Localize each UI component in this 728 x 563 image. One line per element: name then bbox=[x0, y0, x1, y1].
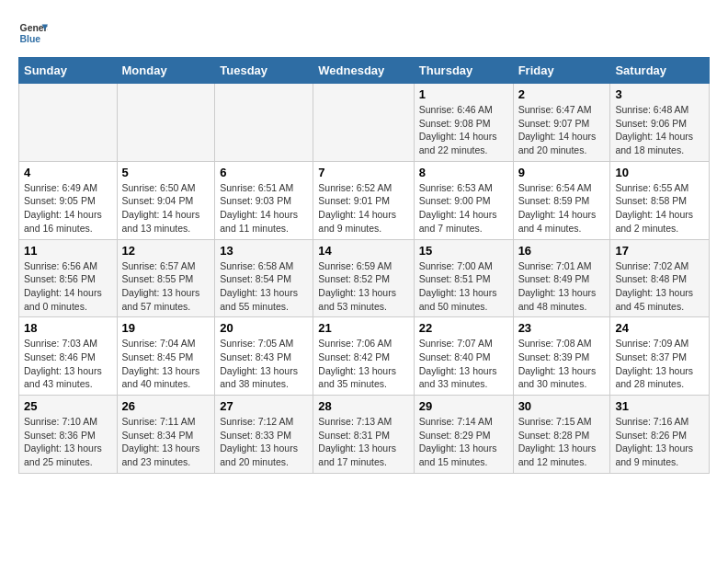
calendar-cell: 13Sunrise: 6:58 AM Sunset: 8:54 PM Dayli… bbox=[215, 239, 313, 317]
calendar-cell: 12Sunrise: 6:57 AM Sunset: 8:55 PM Dayli… bbox=[117, 239, 215, 317]
header-tuesday: Tuesday bbox=[215, 58, 313, 84]
day-number: 28 bbox=[318, 399, 408, 413]
calendar-cell: 11Sunrise: 6:56 AM Sunset: 8:56 PM Dayli… bbox=[19, 239, 118, 317]
day-info: Sunrise: 7:09 AM Sunset: 8:37 PM Dayligh… bbox=[615, 337, 704, 391]
day-number: 2 bbox=[518, 87, 606, 101]
day-number: 31 bbox=[615, 399, 704, 413]
day-info: Sunrise: 6:48 AM Sunset: 9:06 PM Dayligh… bbox=[615, 103, 704, 157]
day-info: Sunrise: 7:02 AM Sunset: 8:48 PM Dayligh… bbox=[615, 259, 704, 314]
day-info: Sunrise: 7:00 AM Sunset: 8:51 PM Dayligh… bbox=[419, 259, 508, 314]
calendar-cell: 19Sunrise: 7:04 AM Sunset: 8:45 PM Dayli… bbox=[117, 317, 215, 396]
calendar-cell bbox=[215, 84, 313, 162]
header-thursday: Thursday bbox=[414, 58, 513, 84]
logo-icon: General Blue bbox=[18, 18, 48, 48]
calendar-cell bbox=[19, 84, 118, 162]
calendar-week-5: 25Sunrise: 7:10 AM Sunset: 8:36 PM Dayli… bbox=[19, 396, 710, 474]
day-number: 20 bbox=[220, 321, 308, 335]
day-info: Sunrise: 6:56 AM Sunset: 8:56 PM Dayligh… bbox=[24, 259, 112, 314]
calendar-cell: 24Sunrise: 7:09 AM Sunset: 8:37 PM Dayli… bbox=[610, 317, 710, 396]
day-info: Sunrise: 6:46 AM Sunset: 9:08 PM Dayligh… bbox=[419, 103, 508, 157]
calendar-cell: 22Sunrise: 7:07 AM Sunset: 8:40 PM Dayli… bbox=[414, 317, 513, 396]
calendar-header-row: SundayMondayTuesdayWednesdayThursdayFrid… bbox=[19, 58, 710, 84]
day-number: 9 bbox=[518, 166, 606, 179]
header-friday: Friday bbox=[513, 58, 610, 84]
calendar-cell: 5Sunrise: 6:50 AM Sunset: 9:04 PM Daylig… bbox=[117, 161, 215, 239]
calendar-cell: 30Sunrise: 7:15 AM Sunset: 8:28 PM Dayli… bbox=[513, 396, 610, 474]
day-info: Sunrise: 7:01 AM Sunset: 8:49 PM Dayligh… bbox=[518, 259, 606, 314]
calendar-cell: 27Sunrise: 7:12 AM Sunset: 8:33 PM Dayli… bbox=[215, 396, 313, 474]
day-number: 3 bbox=[615, 87, 704, 101]
day-number: 19 bbox=[122, 321, 210, 335]
calendar-week-1: 1Sunrise: 6:46 AM Sunset: 9:08 PM Daylig… bbox=[19, 84, 710, 162]
page-header: General Blue bbox=[18, 18, 710, 48]
calendar-cell: 21Sunrise: 7:06 AM Sunset: 8:42 PM Dayli… bbox=[313, 317, 414, 396]
calendar-cell: 17Sunrise: 7:02 AM Sunset: 8:48 PM Dayli… bbox=[610, 239, 710, 317]
day-info: Sunrise: 7:12 AM Sunset: 8:33 PM Dayligh… bbox=[220, 415, 308, 469]
header-sunday: Sunday bbox=[19, 58, 118, 84]
calendar-cell: 26Sunrise: 7:11 AM Sunset: 8:34 PM Dayli… bbox=[117, 396, 215, 474]
day-info: Sunrise: 7:08 AM Sunset: 8:39 PM Dayligh… bbox=[518, 337, 606, 391]
day-number: 11 bbox=[24, 244, 112, 258]
day-info: Sunrise: 6:59 AM Sunset: 8:52 PM Dayligh… bbox=[318, 259, 408, 314]
day-number: 16 bbox=[518, 244, 606, 258]
day-number: 23 bbox=[518, 321, 606, 335]
calendar-week-4: 18Sunrise: 7:03 AM Sunset: 8:46 PM Dayli… bbox=[19, 317, 710, 396]
calendar-cell: 3Sunrise: 6:48 AM Sunset: 9:06 PM Daylig… bbox=[610, 84, 710, 162]
day-number: 7 bbox=[318, 166, 408, 179]
calendar-cell: 4Sunrise: 6:49 AM Sunset: 9:05 PM Daylig… bbox=[19, 161, 118, 239]
header-wednesday: Wednesday bbox=[313, 58, 414, 84]
day-info: Sunrise: 6:53 AM Sunset: 9:00 PM Dayligh… bbox=[419, 181, 508, 236]
day-number: 8 bbox=[419, 166, 508, 179]
calendar-cell: 29Sunrise: 7:14 AM Sunset: 8:29 PM Dayli… bbox=[414, 396, 513, 474]
day-number: 15 bbox=[419, 244, 508, 258]
calendar-cell bbox=[313, 84, 414, 162]
day-number: 30 bbox=[518, 399, 606, 413]
day-info: Sunrise: 6:54 AM Sunset: 8:59 PM Dayligh… bbox=[518, 181, 606, 236]
day-info: Sunrise: 7:15 AM Sunset: 8:28 PM Dayligh… bbox=[518, 415, 606, 469]
calendar-cell: 6Sunrise: 6:51 AM Sunset: 9:03 PM Daylig… bbox=[215, 161, 313, 239]
day-number: 27 bbox=[220, 399, 308, 413]
header-monday: Monday bbox=[117, 58, 215, 84]
calendar-cell: 31Sunrise: 7:16 AM Sunset: 8:26 PM Dayli… bbox=[610, 396, 710, 474]
calendar-week-3: 11Sunrise: 6:56 AM Sunset: 8:56 PM Dayli… bbox=[19, 239, 710, 317]
calendar-cell: 14Sunrise: 6:59 AM Sunset: 8:52 PM Dayli… bbox=[313, 239, 414, 317]
day-number: 13 bbox=[220, 244, 308, 258]
day-number: 17 bbox=[615, 244, 704, 258]
day-info: Sunrise: 7:04 AM Sunset: 8:45 PM Dayligh… bbox=[122, 337, 210, 391]
day-info: Sunrise: 6:50 AM Sunset: 9:04 PM Dayligh… bbox=[122, 181, 210, 236]
day-number: 29 bbox=[419, 399, 508, 413]
calendar-cell: 18Sunrise: 7:03 AM Sunset: 8:46 PM Dayli… bbox=[19, 317, 118, 396]
calendar-cell: 28Sunrise: 7:13 AM Sunset: 8:31 PM Dayli… bbox=[313, 396, 414, 474]
calendar-cell: 16Sunrise: 7:01 AM Sunset: 8:49 PM Dayli… bbox=[513, 239, 610, 317]
day-info: Sunrise: 7:14 AM Sunset: 8:29 PM Dayligh… bbox=[419, 415, 508, 469]
calendar-cell: 23Sunrise: 7:08 AM Sunset: 8:39 PM Dayli… bbox=[513, 317, 610, 396]
day-info: Sunrise: 7:07 AM Sunset: 8:40 PM Dayligh… bbox=[419, 337, 508, 391]
calendar-cell bbox=[117, 84, 215, 162]
day-number: 25 bbox=[24, 399, 112, 413]
logo: General Blue bbox=[18, 18, 48, 48]
day-info: Sunrise: 6:47 AM Sunset: 9:07 PM Dayligh… bbox=[518, 103, 606, 157]
day-info: Sunrise: 7:03 AM Sunset: 8:46 PM Dayligh… bbox=[24, 337, 112, 391]
day-number: 6 bbox=[220, 166, 308, 179]
day-info: Sunrise: 7:05 AM Sunset: 8:43 PM Dayligh… bbox=[220, 337, 308, 391]
header-saturday: Saturday bbox=[610, 58, 710, 84]
day-number: 14 bbox=[318, 244, 408, 258]
day-number: 21 bbox=[318, 321, 408, 335]
day-number: 10 bbox=[615, 166, 704, 179]
day-info: Sunrise: 7:11 AM Sunset: 8:34 PM Dayligh… bbox=[122, 415, 210, 469]
calendar-cell: 7Sunrise: 6:52 AM Sunset: 9:01 PM Daylig… bbox=[313, 161, 414, 239]
day-info: Sunrise: 6:49 AM Sunset: 9:05 PM Dayligh… bbox=[24, 181, 112, 236]
calendar-table: SundayMondayTuesdayWednesdayThursdayFrid… bbox=[18, 57, 710, 474]
calendar-cell: 25Sunrise: 7:10 AM Sunset: 8:36 PM Dayli… bbox=[19, 396, 118, 474]
day-number: 5 bbox=[122, 166, 210, 179]
calendar-cell: 10Sunrise: 6:55 AM Sunset: 8:58 PM Dayli… bbox=[610, 161, 710, 239]
day-number: 12 bbox=[122, 244, 210, 258]
day-number: 1 bbox=[419, 87, 508, 101]
day-number: 22 bbox=[419, 321, 508, 335]
calendar-cell: 20Sunrise: 7:05 AM Sunset: 8:43 PM Dayli… bbox=[215, 317, 313, 396]
day-info: Sunrise: 6:51 AM Sunset: 9:03 PM Dayligh… bbox=[220, 181, 308, 236]
day-info: Sunrise: 7:06 AM Sunset: 8:42 PM Dayligh… bbox=[318, 337, 408, 391]
day-number: 26 bbox=[122, 399, 210, 413]
svg-text:Blue: Blue bbox=[20, 34, 41, 44]
calendar-cell: 15Sunrise: 7:00 AM Sunset: 8:51 PM Dayli… bbox=[414, 239, 513, 317]
